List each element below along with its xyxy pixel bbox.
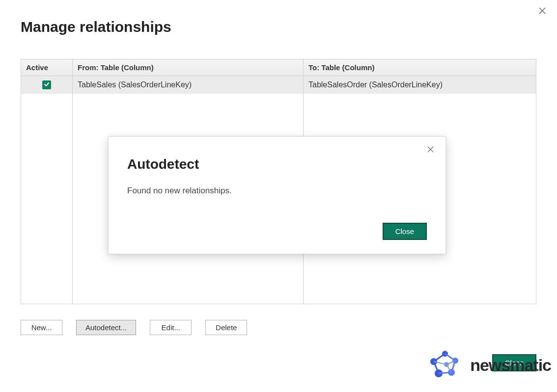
- close-button[interactable]: Close: [492, 354, 536, 371]
- column-header-from[interactable]: From: Table (Column): [73, 59, 304, 76]
- checkmark-icon: [44, 80, 50, 89]
- active-checkbox[interactable]: [42, 80, 51, 89]
- column-header-active[interactable]: Active: [21, 59, 73, 76]
- modal-title: Autodetect: [127, 157, 427, 172]
- dialog-title: Manage relationships: [21, 19, 536, 35]
- autodetect-modal: Autodetect Found no new relationships. C…: [108, 136, 446, 254]
- modal-close-action-button[interactable]: Close: [383, 223, 427, 240]
- close-icon: [427, 146, 434, 155]
- table-header-row: Active From: Table (Column) To: Table (C…: [21, 59, 536, 76]
- new-button[interactable]: New...: [21, 320, 62, 335]
- modal-footer: Close: [383, 223, 427, 240]
- column-header-to[interactable]: To: Table (Column): [304, 59, 536, 76]
- modal-message: Found no new relationships.: [127, 186, 427, 196]
- table-row[interactable]: TableSales (SalesOrderLineKey) TableSale…: [21, 76, 536, 94]
- autodetect-button[interactable]: Autodetect...: [76, 320, 136, 335]
- modal-close-button[interactable]: [426, 146, 435, 155]
- close-icon: [538, 7, 546, 17]
- delete-button[interactable]: Delete: [205, 320, 247, 335]
- dialog-footer: Close: [492, 354, 536, 371]
- cell-to: TableSalesOrder (SalesOrderLineKey): [304, 76, 536, 94]
- dialog-close-button[interactable]: [537, 7, 547, 17]
- edit-button[interactable]: Edit...: [150, 320, 192, 335]
- cell-from: TableSales (SalesOrderLineKey): [73, 76, 304, 94]
- cell-active: [21, 76, 73, 94]
- button-bar: New... Autodetect... Edit... Delete: [21, 320, 536, 335]
